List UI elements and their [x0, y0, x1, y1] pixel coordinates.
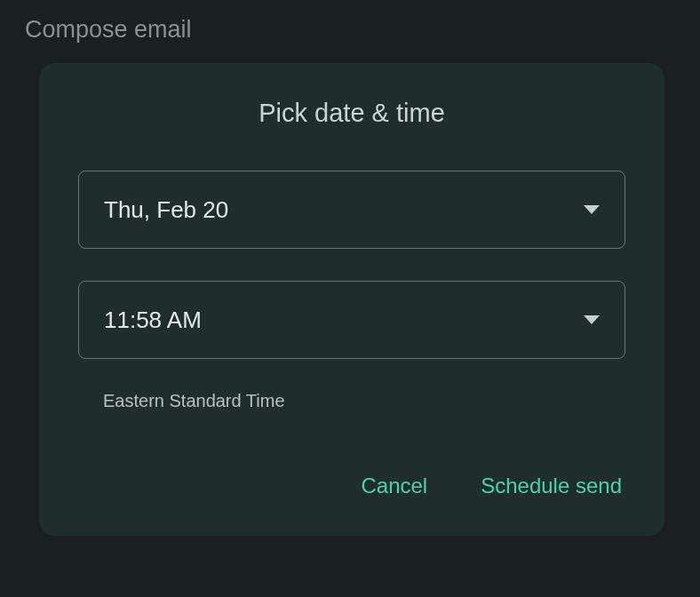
- schedule-send-button[interactable]: Schedule send: [481, 474, 622, 498]
- date-value: Thu, Feb 20: [104, 196, 228, 224]
- schedule-dialog: Pick date & time Thu, Feb 20 11:58 AM Ea…: [39, 63, 664, 536]
- date-picker-field[interactable]: Thu, Feb 20: [78, 171, 625, 249]
- cancel-button[interactable]: Cancel: [361, 474, 427, 498]
- page-title: Compose email: [25, 16, 675, 44]
- chevron-down-icon: [584, 315, 600, 324]
- time-value: 11:58 AM: [104, 306, 202, 334]
- time-picker-field[interactable]: 11:58 AM: [78, 281, 625, 359]
- dialog-title: Pick date & time: [78, 99, 625, 128]
- timezone-label: Eastern Standard Time: [78, 391, 625, 411]
- dialog-button-row: Cancel Schedule send: [78, 474, 625, 498]
- page-header: Compose email: [0, 0, 700, 44]
- chevron-down-icon: [584, 205, 600, 214]
